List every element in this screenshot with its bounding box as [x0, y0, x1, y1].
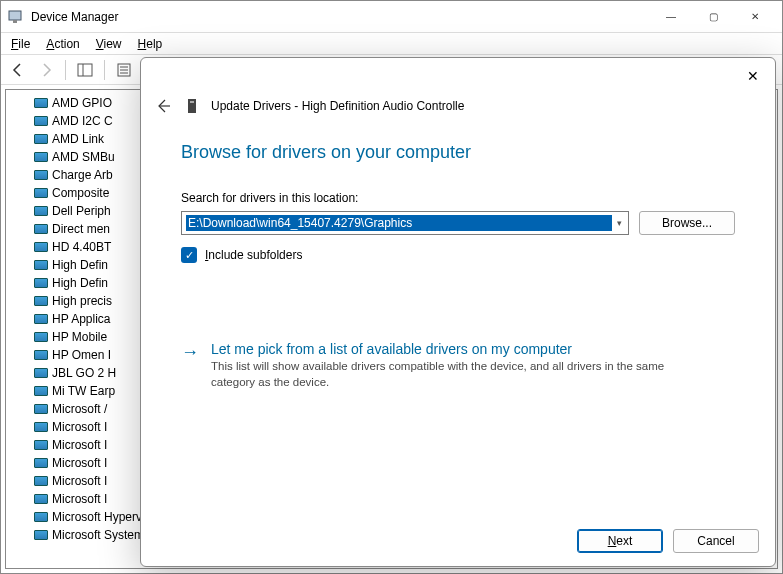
device-tree-item-label: High precis — [52, 292, 112, 310]
device-icon — [34, 386, 48, 396]
dialog-heading: Browse for drivers on your computer — [181, 142, 735, 163]
device-tree-item-label: Mi TW Earp — [52, 382, 115, 400]
device-icon — [34, 152, 48, 162]
pick-from-list-option[interactable]: → Let me pick from a list of available d… — [181, 341, 735, 390]
device-icon — [34, 98, 48, 108]
svg-rect-0 — [9, 11, 21, 20]
device-icon — [34, 422, 48, 432]
device-tree-item-label: Microsoft I — [52, 454, 107, 472]
show-hide-console-tree-button[interactable] — [74, 59, 96, 81]
toolbar-separator — [104, 60, 105, 80]
window-title: Device Manager — [31, 10, 650, 24]
cancel-button[interactable]: Cancel — [673, 529, 759, 553]
device-tree-item-label: High Defin — [52, 256, 108, 274]
device-tree-item-label: Charge Arb — [52, 166, 113, 184]
wizard-title: Update Drivers - High Definition Audio C… — [211, 99, 464, 113]
titlebar: Device Manager — ▢ ✕ — [1, 1, 782, 33]
device-icon — [34, 134, 48, 144]
device-tree-item-label: AMD Link — [52, 130, 104, 148]
device-icon — [34, 170, 48, 180]
pick-from-list-title: Let me pick from a list of available dri… — [211, 341, 691, 357]
app-icon — [7, 9, 23, 25]
window-controls: — ▢ ✕ — [650, 3, 776, 31]
device-tree-item-label: Microsoft I — [52, 436, 107, 454]
device-tree-item-label: High Defin — [52, 274, 108, 292]
device-icon — [34, 224, 48, 234]
dialog-footer: Next Cancel — [141, 516, 775, 566]
menubar: File Action View Help — [1, 33, 782, 55]
include-subfolders-checkbox[interactable]: ✓ — [181, 247, 197, 263]
update-drivers-dialog: ✕ Update Drivers - High Definition Audio… — [140, 57, 776, 567]
device-icon — [34, 278, 48, 288]
driver-path-value: E:\Download\win64_15407.4279\Graphics — [186, 215, 612, 231]
device-icon — [34, 314, 48, 324]
maximize-button[interactable]: ▢ — [692, 3, 734, 31]
menu-help[interactable]: Help — [138, 37, 163, 51]
dialog-body: Browse for drivers on your computer Sear… — [141, 124, 775, 516]
menu-view[interactable]: View — [96, 37, 122, 51]
device-tree-item-label: AMD SMBu — [52, 148, 115, 166]
device-tree-item-label: Microsoft I — [52, 472, 107, 490]
chevron-down-icon[interactable]: ▾ — [612, 212, 626, 234]
device-icon — [34, 296, 48, 306]
include-subfolders-row[interactable]: ✓ Include subfolders — [181, 247, 735, 263]
device-tree-item-label: HP Omen I — [52, 346, 111, 364]
device-tree-item-label: Dell Periph — [52, 202, 111, 220]
back-button[interactable] — [7, 59, 29, 81]
device-icon — [34, 530, 48, 540]
device-icon — [34, 260, 48, 270]
dialog-close-button[interactable]: ✕ — [739, 62, 767, 90]
svg-rect-2 — [78, 64, 92, 76]
minimize-button[interactable]: — — [650, 3, 692, 31]
device-tree-item-label: HD 4.40BT — [52, 238, 111, 256]
device-icon — [34, 188, 48, 198]
device-icon — [34, 458, 48, 468]
arrow-right-icon: → — [181, 342, 199, 390]
device-tree-item-label: Microsoft I — [52, 418, 107, 436]
menu-action[interactable]: Action — [46, 37, 79, 51]
device-tree-item-label: Composite — [52, 184, 109, 202]
device-tree-item-label: AMD I2C C — [52, 112, 113, 130]
pick-from-list-description: This list will show available drivers co… — [211, 359, 691, 390]
forward-button[interactable] — [35, 59, 57, 81]
device-tree-item-label: HP Applica — [52, 310, 110, 328]
next-button[interactable]: Next — [577, 529, 663, 553]
svg-rect-1 — [13, 20, 17, 23]
device-tree-item-label: AMD GPIO — [52, 94, 112, 112]
driver-path-combobox[interactable]: E:\Download\win64_15407.4279\Graphics ▾ — [181, 211, 629, 235]
device-icon — [34, 350, 48, 360]
search-location-label: Search for drivers in this location: — [181, 191, 735, 205]
svg-rect-12 — [190, 101, 194, 103]
device-icon — [34, 242, 48, 252]
browse-button[interactable]: Browse... — [639, 211, 735, 235]
device-tree-item-label: Direct men — [52, 220, 110, 238]
device-icon — [34, 476, 48, 486]
device-icon — [34, 512, 48, 522]
device-icon — [34, 332, 48, 342]
device-tree-item-label: Microsoft I — [52, 490, 107, 508]
device-icon — [34, 404, 48, 414]
dialog-header: Update Drivers - High Definition Audio C… — [141, 94, 775, 124]
device-icon — [34, 368, 48, 378]
include-subfolders-label: Include subfolders — [205, 248, 302, 262]
dialog-titlebar: ✕ — [141, 58, 775, 94]
device-tree-item-label: JBL GO 2 H — [52, 364, 116, 382]
device-icon — [34, 206, 48, 216]
close-button[interactable]: ✕ — [734, 3, 776, 31]
menu-file[interactable]: File — [11, 37, 30, 51]
properties-button[interactable] — [113, 59, 135, 81]
device-icon — [34, 116, 48, 126]
device-icon — [34, 494, 48, 504]
device-icon — [34, 440, 48, 450]
device-tree-item-label: Microsoft / — [52, 400, 107, 418]
dialog-back-button[interactable] — [153, 96, 173, 116]
device-tree-item-label: HP Mobile — [52, 328, 107, 346]
wizard-icon — [185, 98, 199, 114]
toolbar-separator — [65, 60, 66, 80]
